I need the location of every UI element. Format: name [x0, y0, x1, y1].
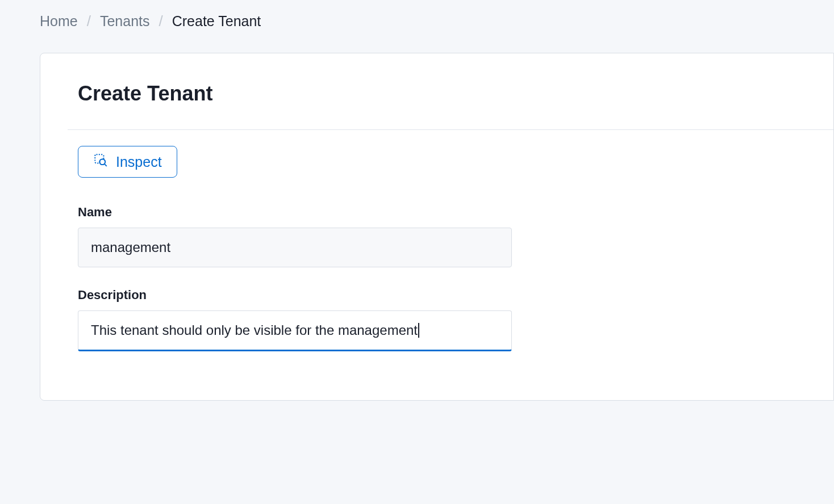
breadcrumb: Home / Tenants / Create Tenant: [0, 0, 834, 43]
breadcrumb-current: Create Tenant: [172, 13, 261, 30]
description-input[interactable]: This tenant should only be visible for t…: [78, 310, 512, 351]
divider: [68, 129, 833, 130]
name-field-group: Name: [78, 205, 833, 267]
description-label: Description: [78, 288, 833, 303]
description-input-value: This tenant should only be visible for t…: [91, 322, 418, 338]
breadcrumb-tenants-link[interactable]: Tenants: [100, 13, 150, 30]
inspect-button-label: Inspect: [116, 154, 162, 170]
breadcrumb-separator: /: [159, 12, 162, 30]
breadcrumb-separator: /: [87, 12, 91, 30]
form-card: Create Tenant Inspect Name Description T…: [40, 53, 834, 401]
text-caret: [418, 323, 419, 338]
svg-line-3: [105, 164, 107, 166]
page-title: Create Tenant: [78, 82, 833, 106]
breadcrumb-home-link[interactable]: Home: [40, 13, 78, 30]
description-field-group: Description This tenant should only be v…: [78, 288, 833, 351]
inspect-button[interactable]: Inspect: [78, 146, 177, 178]
name-label: Name: [78, 205, 833, 220]
name-input[interactable]: [78, 228, 512, 267]
inspect-icon: [93, 153, 108, 171]
